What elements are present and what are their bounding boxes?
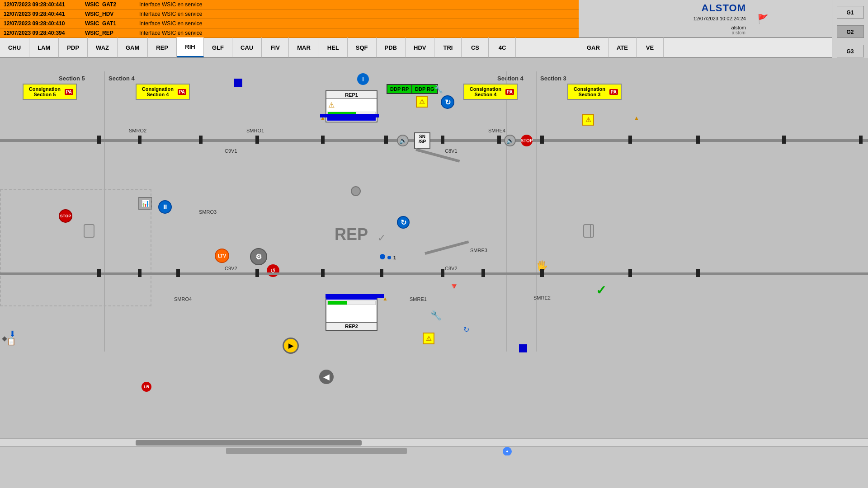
mark-l1 <box>97 269 101 277</box>
alert-row-4: 12/07/2023 09:28:40:394 WSIC_REP Interfa… <box>0 28 579 38</box>
nav-ate[interactable]: ATE <box>609 38 637 57</box>
play-button[interactable]: ▶ <box>283 338 299 354</box>
divider-s3-right <box>536 71 537 352</box>
mark-u3 <box>199 136 203 144</box>
alert-source-3: WSIC_GAT1 <box>85 20 139 27</box>
ddp-extra-icon: 🔧 <box>434 85 443 94</box>
nav-rih[interactable]: RIH <box>177 38 204 57</box>
ltv-label: LTV <box>218 253 226 258</box>
section5-label: Section 5 <box>59 75 85 82</box>
scrollbar-v[interactable] <box>0 438 868 446</box>
g1-button[interactable]: G1 <box>837 6 864 19</box>
refresh-mid[interactable]: ↻ <box>397 216 410 229</box>
nav-4c[interactable]: 4C <box>489 38 516 57</box>
consignation-s4-right-label: Consignation Section 4 <box>467 86 504 97</box>
c9v2-label: C9V2 <box>225 266 237 271</box>
dot-count: 1 <box>393 255 396 260</box>
scroll-thumb-h[interactable] <box>136 440 362 446</box>
alert-time-4: 12/07/2023 09:28:40:394 <box>4 30 85 36</box>
upload-icon: 📋 <box>7 337 16 346</box>
triangle-right: ▲ <box>634 115 639 121</box>
ltv-icon[interactable]: LTV <box>215 249 229 263</box>
section4-right-label: Section 4 <box>497 75 524 82</box>
mark-l5 <box>321 269 325 277</box>
c8v2-label: C8V2 <box>445 266 458 271</box>
dashed-area-left <box>0 189 151 306</box>
consignation-s3[interactable]: Consignation Section 3 PA <box>567 84 622 100</box>
mark-u5 <box>321 136 325 144</box>
nav-ve[interactable]: VE <box>637 38 664 57</box>
checkmark-green: ✓ <box>596 283 606 298</box>
ddp-refresh-icon[interactable]: ↻ <box>441 95 454 109</box>
scrollbar-h[interactable]: ● <box>0 446 868 455</box>
blue-dot-sm2 <box>387 256 391 259</box>
nav-chu[interactable]: CHU <box>0 38 29 57</box>
nav-cau[interactable]: CAU <box>232 38 262 57</box>
alert-source-2: WSIC_HDV <box>85 11 139 17</box>
consignation-s3-label: Consignation Section 3 <box>571 86 608 97</box>
consignation-s4-right[interactable]: Consignation Section 4 PA <box>463 84 518 100</box>
mark-u8 <box>497 136 501 144</box>
nav-pdb[interactable]: PDB <box>377 38 406 57</box>
cylinder-right-connector <box>590 224 591 238</box>
rep2-bar1 <box>327 300 376 305</box>
nav-fiv[interactable]: FIV <box>262 38 289 57</box>
alert-source-4: WSIC_REP <box>85 30 139 36</box>
consignation-s5[interactable]: Consignation Section 5 PA <box>23 84 77 100</box>
gear-icon[interactable]: ⚙ <box>250 248 267 265</box>
nav-lam[interactable]: LAM <box>29 38 59 57</box>
nav-tri[interactable]: TRI <box>434 38 462 57</box>
alert-msg-4: Interface WSIC en service <box>139 30 575 36</box>
grey-circle-indicator <box>351 186 361 196</box>
mark-u12 <box>782 136 786 144</box>
alert-msg-3: Interface WSIC en service <box>139 20 575 27</box>
nav-mar[interactable]: MAR <box>289 38 319 57</box>
mark-u11 <box>696 136 700 144</box>
g-panel: G1 G2 G3 <box>832 0 868 63</box>
consignation-s4-left[interactable]: Consignation Section 4 PA <box>136 84 190 100</box>
cylinder-right <box>583 224 594 238</box>
rep2-triangle: ▲ <box>382 296 388 302</box>
pa-badge-s4-left: PA <box>178 89 186 95</box>
pause-icon[interactable]: ⏸ <box>158 200 172 214</box>
smre3-label: SMRE3 <box>470 248 487 253</box>
mark-l8 <box>481 269 485 277</box>
g2-button[interactable]: G2 <box>837 25 864 38</box>
alert-row-3: 12/07/2023 09:28:40:410 WSIC_GAT1 Interf… <box>0 19 579 28</box>
nav-hdv[interactable]: HDV <box>406 38 434 57</box>
nav-gar[interactable]: GAR <box>579 38 609 57</box>
upper-track <box>0 139 868 142</box>
alert-row-1: 12/07/2023 09:28:40:441 WSIC_GAT2 Interf… <box>0 0 579 9</box>
nav-glf[interactable]: GLF <box>204 38 232 57</box>
alert-bar: 12/07/2023 09:28:40:441 WSIC_GAT2 Interf… <box>0 0 579 38</box>
smre1-label: SMRE1 <box>410 296 427 302</box>
blue-dot-indicator: 1 <box>380 253 396 261</box>
smre2-label: SMRE2 <box>533 295 551 300</box>
main-canvas: Section 5 Section 4 Section 4 Section 3 … <box>0 58 868 455</box>
nav-arrow-back[interactable]: ◀ <box>319 370 334 384</box>
nav-pdp[interactable]: PDP <box>59 38 88 57</box>
alert-time-2: 12/07/2023 09:28:40:441 <box>4 11 85 17</box>
mark-u7 <box>441 136 444 144</box>
g3-button[interactable]: G3 <box>837 45 864 57</box>
rep2-content <box>326 300 377 322</box>
ddp-rp-button[interactable]: DDP RP <box>387 84 412 94</box>
refresh-lower-right[interactable]: ↻ <box>463 325 469 334</box>
alert-time-1: 12/07/2023 09:28:40:441 <box>4 1 85 8</box>
nav-gam[interactable]: GAM <box>118 38 148 57</box>
nav-waz[interactable]: WAZ <box>88 38 118 57</box>
scrollbar-h-track[interactable] <box>0 447 868 455</box>
alert-row-2: 12/07/2023 09:28:40:441 WSIC_HDV Interfa… <box>0 9 579 19</box>
c8v1-label: C8V1 <box>445 148 458 154</box>
right-nav: GAR ATE VE <box>579 38 832 58</box>
blue-sq-top <box>234 79 242 87</box>
rep2-spacer <box>327 306 376 321</box>
lr-badge: LR <box>142 382 151 392</box>
nav-hel[interactable]: HEL <box>319 38 348 57</box>
nav-sqf[interactable]: SQF <box>348 38 377 57</box>
consignation-s5-label: Consignation Section 5 <box>26 86 63 97</box>
nav-rep[interactable]: REP <box>148 38 177 57</box>
smro4-label: SMRO4 <box>174 296 192 302</box>
nav-cs[interactable]: CS <box>462 38 489 57</box>
scrollbar-h-thumb[interactable] <box>226 448 407 454</box>
